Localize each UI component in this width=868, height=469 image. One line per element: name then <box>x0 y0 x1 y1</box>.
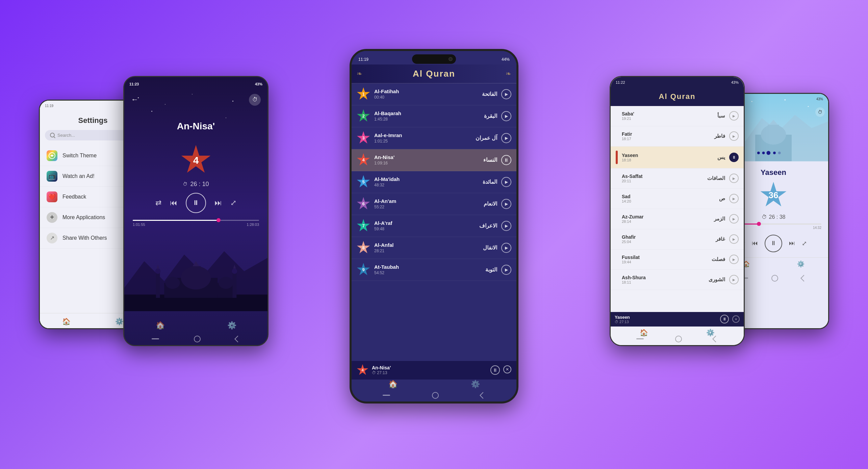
surah-badge-8: 8 <box>357 241 370 255</box>
play-btn-saffat[interactable]: ▶ <box>729 174 739 183</box>
np-pause-btn[interactable]: ⏸ <box>490 365 500 375</box>
play-btn-2[interactable]: ▶ <box>501 111 511 121</box>
play-btn-sad[interactable]: ▶ <box>729 194 739 203</box>
play-btn-5[interactable]: ▶ <box>501 177 511 187</box>
right-pause-btn[interactable]: ⏸ <box>765 235 782 252</box>
list-right-now-playing[interactable]: Yaseen ⏱ 27:13 ⏸ ✕ <box>611 312 744 327</box>
surah-badge-1: 1 <box>357 87 370 101</box>
svg-rect-11 <box>232 271 236 298</box>
list-right-battery: 43% <box>731 80 739 84</box>
nav-home[interactable] <box>194 336 201 342</box>
center-nav-home[interactable] <box>432 392 439 399</box>
list-right-item-ghafir[interactable]: Ghafir 25:04 غافر ▶ <box>611 229 744 250</box>
play-btn-zumar[interactable]: ▶ <box>729 214 739 224</box>
svg-point-12 <box>232 268 237 274</box>
android-nav-left <box>124 333 267 345</box>
surah-36-badge: 36 <box>760 182 787 209</box>
ornament-right: ❧ <box>506 70 511 78</box>
play-btn-ghafir[interactable]: ▶ <box>729 234 739 244</box>
play-btn-6[interactable]: ▶ <box>501 199 511 209</box>
phone-list-right: 11:22 43% Al Quran Saba' 19:21 سبأ ▶ <box>610 76 745 346</box>
nav-back[interactable] <box>234 336 241 342</box>
np-close-btn[interactable]: ✕ <box>503 365 511 373</box>
center-home-icon[interactable]: 🏠 <box>388 380 398 389</box>
play-btn-saba[interactable]: ▶ <box>729 111 739 121</box>
share-label: Share With Others <box>62 235 107 241</box>
list-np-pause[interactable]: ⏸ <box>720 315 729 323</box>
surah-item-4[interactable]: 4 An-Nisa' 1:09:16 النساء ⏸ <box>352 149 516 171</box>
home-nav-icon[interactable]: 🏠 <box>62 317 71 325</box>
surah-item-3[interactable]: 3 Aal-e-Imran 1:01:25 آل عمران ▶ <box>352 127 516 149</box>
np-badge: 4 <box>357 364 368 376</box>
svg-point-10 <box>155 268 161 274</box>
prev-button[interactable]: ⏮ <box>170 199 177 207</box>
pause-button[interactable]: ⏸ <box>186 193 206 213</box>
list-np-close[interactable]: ✕ <box>732 315 740 323</box>
surah-item-8[interactable]: 8 Al-Anfal 28:21 الانفال ▶ <box>352 237 516 259</box>
surah-info-8: Al-Anfal 28:21 <box>374 242 479 253</box>
time-total: 1:28:03 <box>247 223 259 227</box>
settings-icon-player[interactable]: ⚙️ <box>227 321 236 330</box>
right-shuffle-btn[interactable]: ⤢ <box>802 240 807 247</box>
surah-info-9: At-Taubah 54:52 <box>374 264 481 275</box>
player-left-header: ← ⏱ <box>124 89 267 111</box>
list-right-item-fatir[interactable]: Fatir 18:17 فاطر ▶ <box>611 126 744 147</box>
play-btn-9[interactable]: ▶ <box>501 265 511 275</box>
surah-item-7[interactable]: 7 Al-A'raf 59:48 الاعراف ▶ <box>352 215 516 237</box>
now-playing-bar[interactable]: 4 An-Nisa' ⏱ 27:13 ⏸ ✕ <box>352 361 516 380</box>
surah-badge-4: 4 <box>357 153 370 167</box>
surah-badge-5: 5 <box>357 175 370 189</box>
mosque-silhouette-svg <box>124 228 267 311</box>
list-right-item-shura[interactable]: Ash-Shura 18:11 الشورى ▶ <box>611 270 744 290</box>
play-btn-3[interactable]: ▶ <box>501 133 511 143</box>
player-left-time: 11:23 <box>129 82 139 86</box>
center-nav-back[interactable] <box>480 392 486 399</box>
np-controls: ⏸ ✕ <box>490 365 511 375</box>
repeat-button[interactable]: ⇄ <box>155 199 161 207</box>
surah-item-5[interactable]: 5 Al-Ma'idah 48:32 المائدة ▶ <box>352 171 516 193</box>
right-prev-btn[interactable]: ⏮ <box>752 240 758 247</box>
surah-item-1[interactable]: 1 Al-Fatihah 00:40 الفاتحة ▶ <box>352 83 516 105</box>
progress-bar[interactable]: 1:01:55 1:28:03 <box>133 220 259 227</box>
surah-badge-3: 3 <box>357 131 370 145</box>
surah-item-9[interactable]: 9 At-Taubah 54:52 التوبة ▶ <box>352 259 516 281</box>
surah-item-2[interactable]: 2 Al-Baqarah 1:45:28 البقرة ▶ <box>352 105 516 127</box>
play-btn-1[interactable]: ▶ <box>501 89 511 99</box>
home-icon-player[interactable]: 🏠 <box>156 321 165 330</box>
svg-point-8 <box>219 277 233 289</box>
play-btn-fatir[interactable]: ▶ <box>729 131 739 141</box>
list-right-item-saffat[interactable]: As-Saffat 20:11 الصافات ▶ <box>611 168 744 189</box>
feedback-label: Feedback <box>62 194 86 200</box>
pause-btn-4[interactable]: ⏸ <box>501 155 511 165</box>
list-right-item-fussilat[interactable]: Fussilat 19:44 فصلت ▶ <box>611 250 744 270</box>
pause-btn-yaseen[interactable]: ⏸ <box>729 153 739 162</box>
list-right-item-sad[interactable]: Sad 14:20 ص ▶ <box>611 189 744 209</box>
play-btn-8[interactable]: ▶ <box>501 243 511 253</box>
play-btn-shura[interactable]: ▶ <box>729 275 739 284</box>
timer-button[interactable]: ⏱ <box>249 94 261 106</box>
play-btn-fussilat[interactable]: ▶ <box>729 255 739 264</box>
quran-header: ❧ Al Quran ❧ <box>352 64 516 83</box>
center-screen: 11:19 44% ❧ Al Quran ❧ 1 Al-Fatihah <box>352 51 516 401</box>
phones-container: 11:19 44% Settings Search... Switch Them… <box>29 32 839 437</box>
surah-title: An-Nisa' <box>124 121 267 132</box>
player-controls: ⇄ ⏮ ⏸ ⏭ ⤢ <box>124 193 267 213</box>
surah-item-6[interactable]: 6 Al-An'am 55:22 الانعام ▶ <box>352 193 516 215</box>
more-apps-label: More Applications <box>62 214 105 220</box>
center-settings-icon[interactable]: ⚙️ <box>471 380 480 389</box>
switch-theme-icon <box>47 150 57 161</box>
surah-info-2: Al-Baqarah 1:45:28 <box>374 110 480 122</box>
back-button[interactable]: ← <box>131 95 138 104</box>
list-right-item-yaseen[interactable]: Yaseen 18:18 يس ⏸ <box>611 147 744 168</box>
shuffle-button[interactable]: ⤢ <box>230 199 236 207</box>
play-btn-7[interactable]: ▶ <box>501 221 511 231</box>
next-button[interactable]: ⏭ <box>214 199 222 207</box>
right-next-btn[interactable]: ⏭ <box>789 240 795 247</box>
feedback-icon: ❤️ <box>48 193 56 201</box>
surah-number-badge: 4 <box>181 145 211 176</box>
right-settings-icon[interactable]: ⚙️ <box>797 260 805 268</box>
settings-nav-icon[interactable]: ⚙️ <box>115 317 124 325</box>
list-right-item-zumar[interactable]: Az-Zumar 28:14 الزمر ▶ <box>611 209 744 229</box>
list-right-item-saba[interactable]: Saba' 19:21 سبأ ▶ <box>611 106 744 126</box>
watch-ad-label: Watch an Ad! <box>62 173 95 179</box>
